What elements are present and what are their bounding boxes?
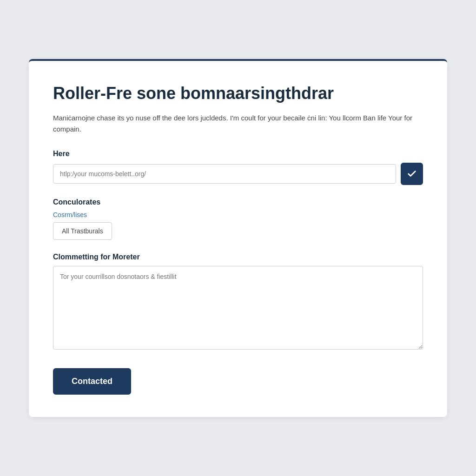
clommetting-label: Clommetting for Moreter [53,253,423,261]
submit-button[interactable]: Contacted [53,368,131,395]
clommetting-field-group: Clommetting for Moreter [53,253,423,351]
tag-button[interactable]: All Trastburals [53,222,112,240]
check-button[interactable] [401,163,423,185]
clommetting-textarea[interactable] [53,266,423,350]
here-label: Here [53,150,423,158]
here-field-group: Here [53,150,423,185]
conculorates-sublabel: Cosrm/lises [53,211,423,218]
conculorates-field-group: Conculorates Cosrm/lises All Trastburals [53,198,423,240]
form-card: Roller-Fre sone bomnaarsingthdrar Maniċa… [29,59,447,417]
checkmark-icon [407,169,417,179]
page-title: Roller-Fre sone bomnaarsingthdrar [53,83,423,103]
url-input[interactable] [53,164,396,184]
page-description: Maniċarnojne chase its yo nuse off the d… [53,112,423,135]
url-input-wrapper [53,163,423,185]
conculorates-label: Conculorates [53,198,423,206]
page-wrapper: Roller-Fre sone bomnaarsingthdrar Maniċa… [0,0,476,476]
